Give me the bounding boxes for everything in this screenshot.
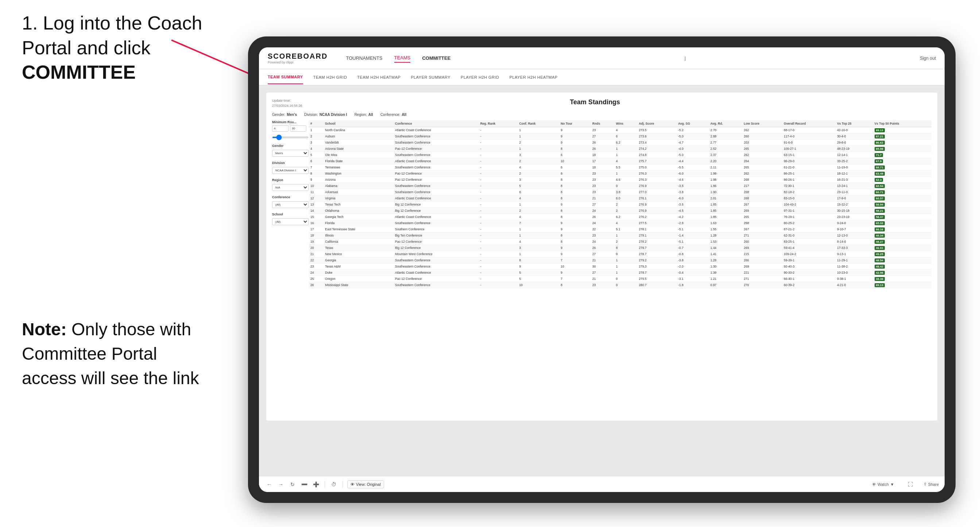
division-filter-select[interactable]: NCAA Division I bbox=[272, 167, 309, 174]
col-vs-top-50: Vs Top 50 Points bbox=[873, 120, 931, 127]
sub-nav-team-h2h-heatmap[interactable]: TEAM H2H HEATMAP bbox=[357, 71, 401, 84]
note-area: Note: Only those with Committee Portal a… bbox=[22, 193, 212, 391]
nav-committee[interactable]: COMMITTEE bbox=[422, 54, 450, 62]
toolbar-forward-icon[interactable]: → bbox=[277, 480, 285, 489]
region-value: All bbox=[368, 113, 373, 117]
gender-label: Gender: bbox=[272, 113, 285, 117]
conference-filter-group: Conference (All) bbox=[272, 195, 309, 208]
sign-out-separator: | bbox=[684, 56, 686, 61]
region-label: Region: bbox=[355, 113, 367, 117]
filter-row: Gender: Men's Division: NCAA Division I … bbox=[272, 113, 931, 117]
score-badge: 85.98 bbox=[875, 147, 885, 151]
header-nav: TOURNAMENTS TEAMS COMMITTEE | Sign out bbox=[346, 54, 936, 63]
school-filter-group: School (All) bbox=[272, 213, 309, 225]
share-button[interactable]: ⇧ Share bbox=[923, 482, 939, 487]
table-row: 10AlabamaSoutheastern Conference-5823027… bbox=[309, 183, 931, 189]
filter-region: Region: All bbox=[355, 113, 373, 117]
sub-nav: TEAM SUMMARY TEAM H2H GRID TEAM H2H HEAT… bbox=[259, 69, 945, 85]
region-filter-select[interactable]: N/A bbox=[272, 184, 309, 191]
conference-filter-select[interactable]: (All) bbox=[272, 201, 309, 208]
note-text: Note: Only those with Committee Portal a… bbox=[22, 317, 212, 391]
sign-out-link[interactable]: Sign out bbox=[920, 56, 936, 61]
table-row: 19CaliforniaPac-12 Conference-48242278.2… bbox=[309, 239, 931, 245]
instruction-text: Log into the Coach Portal and click bbox=[22, 13, 202, 58]
update-time-section: Update time: 27/03/2024 16:56:26 bbox=[272, 98, 302, 108]
conference-label: Conference: bbox=[380, 113, 400, 117]
powered-by-text: Powered by clippi bbox=[268, 60, 328, 64]
score-badge: 89.13 bbox=[875, 128, 885, 132]
toolbar-zoom-out-icon[interactable]: ➖ bbox=[300, 480, 309, 489]
school-filter-select[interactable]: (All) bbox=[272, 218, 309, 225]
col-avg-rd: Avg. Rd. bbox=[709, 120, 742, 127]
score-badge: 87.21 bbox=[875, 135, 885, 138]
sub-nav-team-h2h-grid[interactable]: TEAM H2H GRID bbox=[313, 71, 347, 84]
score-badge: 58.94 bbox=[875, 203, 885, 206]
scoreboard-logo: SCOREBOARD Powered by clippi bbox=[268, 52, 328, 64]
table-row: 3VanderbiltSoutheastern Conference-29266… bbox=[309, 140, 931, 146]
col-vs-top-25: Vs Top 25 bbox=[835, 120, 873, 127]
share-icon: ⇧ bbox=[923, 482, 927, 487]
col-wins: Wins bbox=[614, 120, 637, 127]
sub-nav-player-h2h-grid[interactable]: PLAYER H2H GRID bbox=[461, 71, 499, 84]
share-label: Share bbox=[928, 482, 939, 487]
watch-dropdown-icon: ▼ bbox=[890, 482, 894, 487]
col-avg-sg: Avg. SG bbox=[676, 120, 709, 127]
toolbar-expand-icon[interactable]: ⛶ bbox=[906, 480, 915, 489]
score-badge: 66.16 bbox=[875, 227, 885, 232]
table-row: 17East Tennessee StateSouthern Conferenc… bbox=[309, 226, 931, 233]
score-badge: 89.13 bbox=[875, 283, 885, 287]
min-rounds-min-input[interactable] bbox=[272, 125, 288, 132]
nav-tournaments[interactable]: TOURNAMENTS bbox=[346, 54, 382, 62]
table-row: 7TennesseeSoutheastern Conference-46185.… bbox=[309, 164, 931, 171]
score-badge: 49.34 bbox=[875, 233, 885, 238]
toolbar-zoom-in-icon[interactable]: ➕ bbox=[312, 480, 320, 489]
table-row: 6Florida StateAtlantic Coast Conference-… bbox=[309, 158, 931, 164]
logo-text: SCOREBOARD bbox=[268, 52, 328, 60]
score-badge: 60.71 bbox=[875, 190, 885, 194]
table-row: 15Georgia TechAtlantic Coast Conference-… bbox=[309, 214, 931, 220]
score-badge: 58.47 bbox=[875, 215, 885, 219]
toolbar-back-icon[interactable]: ← bbox=[265, 480, 274, 489]
sub-nav-player-summary[interactable]: PLAYER SUMMARY bbox=[410, 71, 450, 84]
note-label: Note: bbox=[22, 320, 67, 339]
score-badge: 62.3 bbox=[875, 178, 883, 182]
table-row: 12VirginiaAtlantic Coast Conference-4821… bbox=[309, 195, 931, 202]
division-label: Division: bbox=[304, 113, 318, 117]
table-row: 24DukeAtlantic Coast Conference-59271279… bbox=[309, 270, 931, 276]
bottom-toolbar: ← → ↻ ➖ ➕ ⏱ 👁 View: Original 👁 Watch ▼ ⛶… bbox=[259, 476, 945, 492]
min-rounds-max-input[interactable] bbox=[290, 125, 306, 132]
gender-value: Men's bbox=[287, 113, 297, 117]
watch-button[interactable]: 👁 Watch ▼ bbox=[872, 482, 894, 487]
col-rank: # bbox=[309, 120, 323, 127]
standings-table: # School Conference Reg. Rank Conf. Rank… bbox=[309, 120, 931, 288]
app-header: SCOREBOARD Powered by clippi TOURNAMENTS… bbox=[259, 48, 945, 69]
table-row: 23Texas A&MSoutheastern Conference-91030… bbox=[309, 264, 931, 270]
table-row: 26Mississippi StateSoutheastern Conferen… bbox=[309, 282, 931, 288]
col-low: Low Score bbox=[742, 120, 782, 127]
nav-teams[interactable]: TEAMS bbox=[394, 54, 410, 63]
region-filter-label: Region bbox=[272, 178, 309, 182]
tablet-screen: SCOREBOARD Powered by clippi TOURNAMENTS… bbox=[259, 48, 945, 492]
sub-nav-player-h2h-heatmap[interactable]: PLAYER H2H HEATMAP bbox=[509, 71, 558, 84]
table-row: 20TexasBig 12 Conference-39268279.7-0.71… bbox=[309, 245, 931, 251]
toolbar-reload-icon[interactable]: ↻ bbox=[288, 480, 297, 489]
score-badge: 48.27 bbox=[875, 240, 885, 244]
col-no-tour: No Tour bbox=[559, 120, 590, 127]
score-badge: 38.38 bbox=[875, 277, 885, 281]
min-rounds-label: Minimum Rou... bbox=[272, 120, 309, 124]
school-filter-label: School bbox=[272, 213, 309, 216]
score-badge: 86.62 bbox=[875, 141, 885, 145]
sub-nav-team-summary[interactable]: TEAM SUMMARY bbox=[268, 70, 303, 84]
view-original-button[interactable]: 👁 View: Original bbox=[347, 480, 384, 488]
watch-label: Watch bbox=[878, 482, 889, 487]
toolbar-separator-1 bbox=[325, 481, 325, 488]
score-badge: 58.21 bbox=[875, 209, 885, 213]
instruction-area: 1. Log into the Coach Portal and click C… bbox=[22, 11, 234, 92]
toolbar-clock-icon[interactable]: ⏱ bbox=[329, 480, 338, 489]
col-conference: Conference bbox=[393, 120, 479, 127]
gender-filter-select[interactable]: Men's bbox=[272, 150, 309, 157]
col-school: School bbox=[323, 120, 393, 127]
main-section: Minimum Rou... Gender bbox=[272, 120, 931, 288]
watch-icon: 👁 bbox=[872, 482, 876, 487]
min-rounds-slider[interactable] bbox=[272, 137, 309, 138]
